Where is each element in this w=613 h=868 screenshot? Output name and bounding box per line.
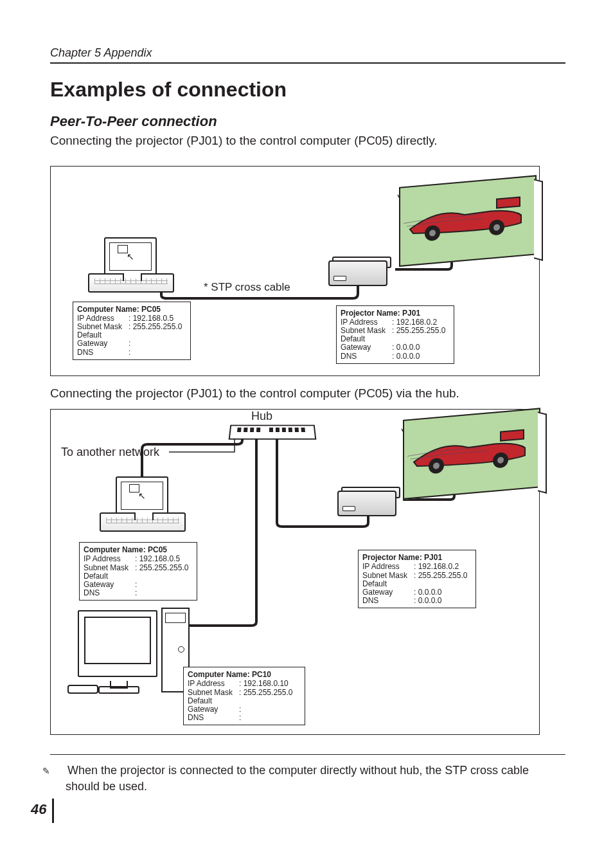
intro-2: Connecting the projector (PJ01) to the c… [50, 385, 565, 402]
lbl: IP Address [362, 563, 414, 571]
laptop-icon: ↖ [88, 237, 172, 291]
to-network-label: To another network [61, 446, 159, 459]
info-card-pj01: Projector Name: PJ01 IP Address: 192.168… [336, 305, 454, 364]
diagram-peer-to-peer: ↖ * STP cross cable Computer Name: PC05 … [50, 166, 540, 376]
lbl: DNS [84, 589, 135, 597]
footnote-rule [50, 754, 565, 755]
val: : 0.0.0.0 [392, 352, 420, 361]
intro-1: Connecting the projector (PJ01) to the c… [50, 132, 565, 149]
lbl: Subnet Mask [188, 689, 239, 697]
page-title: Examples of connection [50, 78, 565, 102]
val: : [239, 713, 241, 722]
val: : 255.255.255.0 [239, 688, 292, 697]
projector-icon [328, 257, 395, 285]
projector-icon [337, 487, 404, 515]
page: Chapter 5 Appendix Examples of connectio… [0, 0, 613, 868]
lbl: Subnet Mask [362, 572, 414, 580]
svg-rect-0 [497, 197, 520, 208]
racecar-icon [400, 177, 529, 252]
card-name: Projector Name: PJ01 [341, 309, 450, 318]
lbl: Default Gateway [188, 697, 239, 714]
hub-label: Hub [251, 410, 272, 423]
diagram-hub: Hub To another network ↖ [50, 409, 540, 735]
val: : 192.168.0.2 [392, 318, 437, 327]
val: : 192.168.0.10 [239, 679, 289, 688]
val: : 192.168.0.2 [414, 562, 459, 571]
val: : 0.0.0.0 [414, 596, 441, 605]
val: : 192.168.0.5 [129, 314, 173, 323]
projector-screen-icon [403, 408, 540, 500]
svg-rect-5 [501, 430, 524, 441]
info-card-pc05: Computer Name: PC05 IP Address: 192.168.… [73, 302, 191, 360]
projector-screen-icon [399, 175, 537, 267]
card-name: Computer Name: PC05 [84, 546, 193, 554]
val: : [129, 348, 130, 357]
val: : 0.0.0.0 [392, 343, 420, 352]
hub-icon [229, 425, 317, 440]
val: : [239, 705, 241, 714]
lbl: IP Address [84, 555, 135, 563]
footnote: ✎ When the projector is connected to the… [50, 763, 565, 794]
cursor-icon: ↖ [127, 251, 134, 262]
lbl: Default Gateway [77, 331, 129, 348]
lbl: IP Address [188, 680, 239, 688]
lbl: Default Gateway [84, 572, 135, 589]
val: : [129, 339, 130, 348]
card-name: Computer Name: PC05 [77, 305, 186, 314]
subheading: Peer-To-Peer connection [50, 113, 565, 130]
card-name: Projector Name: PJ01 [362, 554, 472, 562]
val: : 192.168.0.5 [135, 554, 180, 563]
racecar-icon [404, 410, 533, 485]
lbl: DNS [362, 597, 414, 605]
laptop-icon: ↖ [100, 476, 183, 530]
info-card-pc05: Computer Name: PC05 IP Address: 192.168.… [79, 542, 197, 601]
val: : [135, 588, 137, 597]
lbl: Default Gateway [362, 580, 414, 597]
card-name: Computer Name: PC10 [188, 671, 301, 679]
cable-label: * STP cross cable [204, 281, 290, 294]
cursor-icon: ↖ [138, 491, 146, 501]
note-icon: ✎ [54, 765, 64, 777]
page-number: 46 [31, 801, 46, 818]
lbl: Subnet Mask [84, 564, 135, 572]
footnote-text: When the projector is connected to the c… [66, 764, 529, 792]
info-card-pc10: Computer Name: PC10 IP Address: 192.168.… [183, 667, 305, 725]
val: : 0.0.0.0 [414, 588, 441, 597]
val: : 255.255.255.0 [414, 571, 467, 580]
lbl: DNS [341, 352, 392, 361]
lbl: DNS [77, 348, 129, 357]
chapter-header: Chapter 5 Appendix [50, 46, 565, 64]
val: : 255.255.255.0 [129, 322, 182, 331]
lbl: DNS [188, 714, 239, 722]
monitor-icon [78, 610, 157, 677]
val: : 255.255.255.0 [392, 326, 445, 335]
lbl: Default Gateway [341, 335, 392, 352]
val: : 255.255.255.0 [135, 563, 188, 572]
val: : [135, 580, 137, 589]
info-card-pj01: Projector Name: PJ01 IP Address: 192.168… [358, 550, 476, 608]
